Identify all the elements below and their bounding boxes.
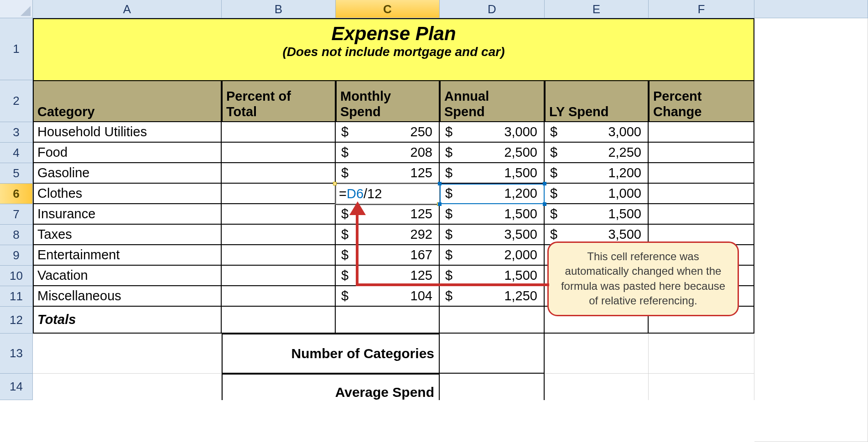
cell-percent-change-5[interactable] <box>649 163 754 184</box>
cell-ly-4[interactable]: $2,250 <box>545 143 649 163</box>
column-header-g[interactable] <box>754 0 868 18</box>
cell-monthly-11[interactable]: $104 <box>336 286 440 307</box>
cell-totals-c[interactable] <box>336 307 440 334</box>
cell-monthly-10[interactable]: $125 <box>336 266 440 286</box>
column-header-f[interactable]: F <box>649 0 754 18</box>
number-of-categories-value[interactable] <box>440 334 545 374</box>
ref-handle-tr <box>543 182 546 185</box>
header-ly-spend[interactable]: LY Spend <box>545 80 649 122</box>
cell-annual-3[interactable]: $3,000 <box>440 122 545 143</box>
cell-percent-total-4[interactable] <box>222 143 336 163</box>
cell-f14[interactable] <box>649 374 754 400</box>
cell-monthly-9[interactable]: $167 <box>336 245 440 266</box>
row-header-11[interactable]: 11 <box>0 286 33 307</box>
row-header-14[interactable]: 14 <box>0 374 33 400</box>
cell-percent-total-11[interactable] <box>222 286 336 307</box>
row-header-3[interactable]: 3 <box>0 122 33 143</box>
cell-annual-11[interactable]: $1,250 <box>440 286 545 307</box>
cell-category-5[interactable]: Gasoline <box>33 163 222 184</box>
cell-annual-6[interactable]: $1,200 <box>440 184 545 204</box>
spreadsheet: ABCDEF 1234567891011121314 Expense Plan … <box>0 0 868 442</box>
header-category[interactable]: Category <box>33 80 222 122</box>
cell-category-8[interactable]: Taxes <box>33 225 222 245</box>
cell-annual-5[interactable]: $1,500 <box>440 163 545 184</box>
ref-handle-bl <box>438 202 442 206</box>
cell-ly-6[interactable]: $1,000 <box>545 184 649 204</box>
cell-category-9[interactable]: Entertainment <box>33 245 222 266</box>
title-sub: (Does not include mortgage and car) <box>34 45 754 62</box>
cell-monthly-4[interactable]: $208 <box>336 143 440 163</box>
cell-category-4[interactable]: Food <box>33 143 222 163</box>
cell-a13[interactable] <box>33 334 222 374</box>
cell-category-11[interactable]: Miscellaneous <box>33 286 222 307</box>
grid-area-g[interactable] <box>754 18 868 442</box>
row-header-6[interactable]: 6 <box>0 184 33 204</box>
cell-percent-total-9[interactable] <box>222 245 336 266</box>
column-header-a[interactable]: A <box>33 0 222 18</box>
cell-category-7[interactable]: Insurance <box>33 204 222 225</box>
cell-d14[interactable] <box>440 374 545 400</box>
column-header-c[interactable]: C <box>336 0 440 18</box>
column-header-e[interactable]: E <box>545 0 649 18</box>
cell-percent-change-4[interactable] <box>649 143 754 163</box>
header-percent-change[interactable]: PercentChange <box>649 80 754 122</box>
cell-annual-10[interactable]: $1,500 <box>440 266 545 286</box>
cell-annual-4[interactable]: $2,500 <box>440 143 545 163</box>
cell-a14[interactable] <box>33 374 222 400</box>
cell-percent-change-7[interactable] <box>649 204 754 225</box>
cell-category-3[interactable]: Household Utilities <box>33 122 222 143</box>
cell-percent-total-3[interactable] <box>222 122 336 143</box>
formula-handle-tl <box>333 182 337 185</box>
cell-category-10[interactable]: Vacation <box>33 266 222 286</box>
cell-ly-3[interactable]: $3,000 <box>545 122 649 143</box>
cell-percent-total-10[interactable] <box>222 266 336 286</box>
row-header-5[interactable]: 5 <box>0 163 33 184</box>
header-monthly-spend[interactable]: MonthlySpend <box>336 80 440 122</box>
row-header-7[interactable]: 7 <box>0 204 33 225</box>
number-of-categories-label[interactable]: Number of Categories <box>222 334 440 374</box>
cell-annual-7[interactable]: $1,500 <box>440 204 545 225</box>
cell-monthly-5[interactable]: $125 <box>336 163 440 184</box>
row-header-12[interactable]: 12 <box>0 307 33 334</box>
select-all-corner[interactable] <box>0 0 33 18</box>
header-percent-of-total[interactable]: Percent ofTotal <box>222 80 336 122</box>
row-header-4[interactable]: 4 <box>0 143 33 163</box>
cell-percent-change-6[interactable] <box>649 184 754 204</box>
ref-handle-tl <box>438 182 442 185</box>
cell-totals-a[interactable]: Totals <box>33 307 222 334</box>
row-header-9[interactable]: 9 <box>0 245 33 266</box>
cell-e13[interactable] <box>545 334 649 374</box>
callout-relative-referencing: This cell reference was automatically ch… <box>547 242 739 316</box>
row-header-10[interactable]: 10 <box>0 266 33 286</box>
cell-percent-total-8[interactable] <box>222 225 336 245</box>
cell-percent-change-3[interactable] <box>649 122 754 143</box>
cell-totals-d[interactable] <box>440 307 545 334</box>
row-header-8[interactable]: 8 <box>0 225 33 245</box>
cell-annual-9[interactable]: $2,000 <box>440 245 545 266</box>
column-header-b[interactable]: B <box>222 0 336 18</box>
ref-handle-br <box>543 202 546 206</box>
cell-ly-7[interactable]: $1,500 <box>545 204 649 225</box>
cell-annual-8[interactable]: $3,500 <box>440 225 545 245</box>
cell-monthly-7[interactable]: $125 <box>336 204 440 225</box>
cell-percent-total-5[interactable] <box>222 163 336 184</box>
cell-monthly-8[interactable]: $292 <box>336 225 440 245</box>
formula-editing-cell[interactable]: =D6/12 <box>336 184 440 204</box>
row-header-2[interactable]: 2 <box>0 80 33 122</box>
title-merged-cell[interactable]: Expense Plan (Does not include mortgage … <box>33 18 754 80</box>
cell-ly-5[interactable]: $1,200 <box>545 163 649 184</box>
cell-percent-total-7[interactable] <box>222 204 336 225</box>
cell-category-6[interactable]: Clothes <box>33 184 222 204</box>
row-header-1[interactable]: 1 <box>0 18 33 80</box>
cell-e14[interactable] <box>545 374 649 400</box>
cell-percent-total-6[interactable] <box>222 184 336 204</box>
average-spend-label[interactable]: Average Spend <box>222 374 440 400</box>
column-header-d[interactable]: D <box>440 0 545 18</box>
cell-f13[interactable] <box>649 334 754 374</box>
row-header-13[interactable]: 13 <box>0 334 33 374</box>
cell-monthly-3[interactable]: $250 <box>336 122 440 143</box>
cell-totals-b[interactable] <box>222 307 336 334</box>
header-annual-spend[interactable]: AnnualSpend <box>440 80 545 122</box>
title-main: Expense Plan <box>34 19 754 45</box>
